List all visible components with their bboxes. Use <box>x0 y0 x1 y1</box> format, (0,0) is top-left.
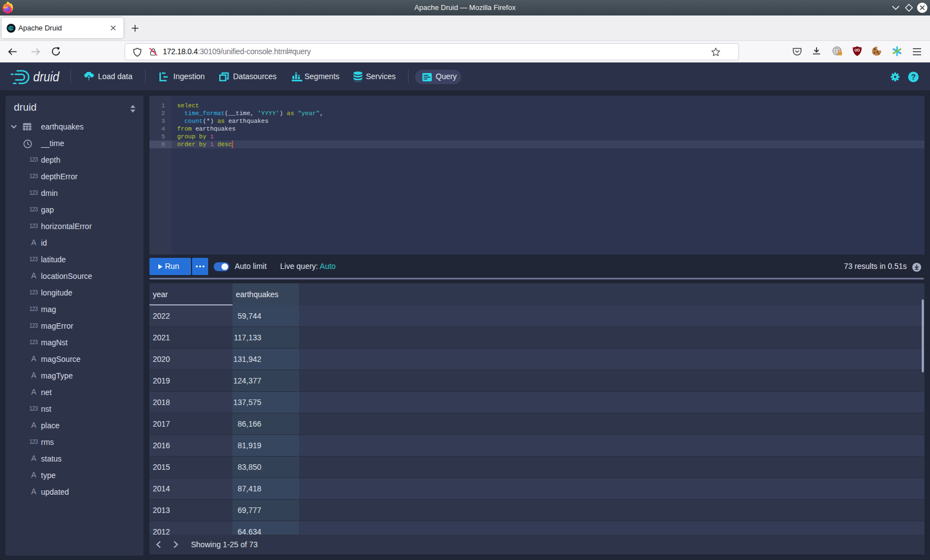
svg-text:UO: UO <box>855 48 860 52</box>
svg-text:?: ? <box>911 72 916 81</box>
